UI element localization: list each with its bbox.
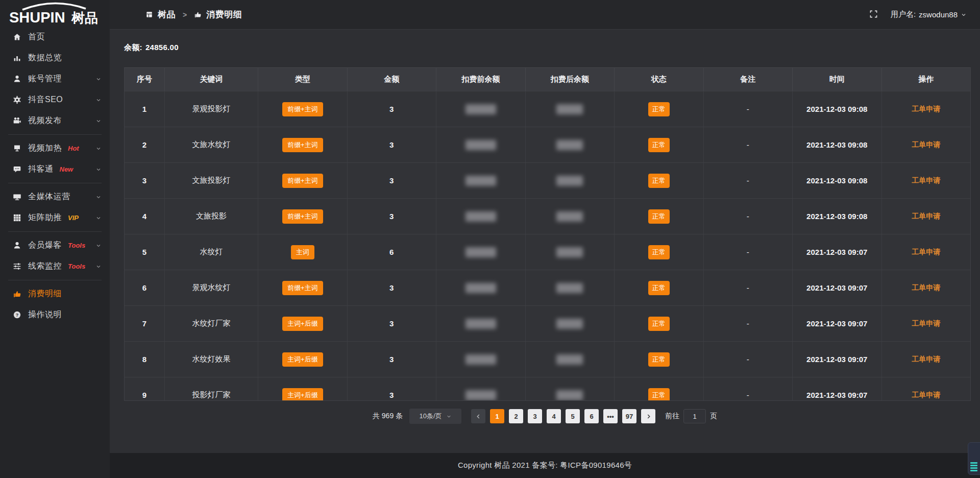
work-order-link[interactable]: 工单申请 bbox=[912, 355, 940, 364]
copyright-text: Copyright 树品 2021 备案号: 粤ICP备09019646号 bbox=[458, 461, 632, 470]
gear-icon bbox=[12, 95, 21, 105]
pagination-page-4[interactable]: 4 bbox=[547, 409, 561, 423]
cell-index: 8 bbox=[125, 342, 164, 377]
type-badge: 前缀+主词 bbox=[282, 281, 323, 295]
pagination-page-2[interactable]: 2 bbox=[509, 409, 523, 423]
topbar: 树品 > 消费明细 用户名: zswodun88 bbox=[110, 0, 980, 30]
cell-amount: 6 bbox=[347, 234, 436, 270]
type-badge: 前缀+主词 bbox=[282, 174, 323, 188]
pagination-page-1[interactable]: 1 bbox=[490, 409, 504, 423]
cell-status: 正常 bbox=[614, 127, 703, 162]
cell-status: 正常 bbox=[614, 306, 703, 341]
cell-amount: 3 bbox=[347, 127, 436, 162]
cell-time: 2021-12-03 09:08 bbox=[792, 163, 881, 198]
page-size-select[interactable]: 10条/页 bbox=[409, 409, 461, 424]
column-header: 操作 bbox=[881, 68, 971, 91]
work-order-link[interactable]: 工单申请 bbox=[912, 176, 940, 185]
cell-time: 2021-12-03 09:07 bbox=[792, 342, 881, 377]
logo-text-en: SHUPIN bbox=[9, 9, 65, 26]
type-badge: 主词+后缀 bbox=[282, 388, 323, 401]
pagination-page-6[interactable]: 6 bbox=[584, 409, 599, 423]
sidebar-item-operation-guide[interactable]: ?操作说明 bbox=[0, 304, 110, 325]
cell-keyword: 文旅投影灯 bbox=[164, 163, 258, 198]
redacted-value bbox=[465, 176, 496, 186]
redacted-value bbox=[556, 211, 583, 222]
type-badge: 主词 bbox=[291, 245, 314, 259]
work-order-link[interactable]: 工单申请 bbox=[912, 212, 940, 221]
cell-amount: 3 bbox=[347, 306, 436, 341]
cell-pre-balance bbox=[436, 199, 525, 234]
pagination-next-button[interactable] bbox=[641, 409, 655, 423]
sidebar-item-consume-detail[interactable]: 消费明细 bbox=[0, 283, 110, 304]
user-dropdown[interactable]: 用户名: zswodun88 bbox=[891, 10, 967, 19]
member-icon bbox=[12, 241, 21, 250]
table-row: 3文旅投影灯前缀+主词3正常-2021-12-03 09:08工单申请 bbox=[125, 162, 970, 198]
work-order-link[interactable]: 工单申请 bbox=[912, 105, 940, 114]
balance-label: 余额: bbox=[124, 43, 142, 52]
redacted-value bbox=[465, 140, 496, 150]
pagination-ellipsis-button[interactable]: ••• bbox=[603, 409, 618, 423]
cell-pre-balance bbox=[436, 91, 525, 127]
page-jump-input[interactable] bbox=[683, 409, 706, 423]
table-row: 9投影灯厂家主词+后缀3正常-2021-12-03 09:07工单申请 bbox=[125, 377, 970, 401]
home-icon bbox=[12, 33, 21, 42]
column-header: 备注 bbox=[703, 68, 793, 91]
status-badge: 正常 bbox=[648, 388, 670, 401]
cell-index: 6 bbox=[125, 270, 164, 305]
sidebar-item-account-management[interactable]: 账号管理 bbox=[0, 68, 110, 89]
consume-icon bbox=[12, 290, 21, 299]
sidebar-item-clue-monitor[interactable]: 线索监控Tools bbox=[0, 256, 110, 277]
chevron-down-icon bbox=[95, 243, 102, 249]
pagination-prev-button[interactable] bbox=[471, 409, 485, 423]
type-badge: 主词+后缀 bbox=[282, 317, 323, 331]
table-row: 8水纹灯效果主词+后缀3正常-2021-12-03 09:07工单申请 bbox=[125, 341, 970, 377]
cell-action: 工单申请 bbox=[881, 270, 971, 305]
heat-icon bbox=[12, 144, 21, 153]
sidebar-item-label: 视频发布 bbox=[28, 115, 62, 126]
work-order-link[interactable]: 工单申请 bbox=[912, 248, 940, 257]
cell-amount: 3 bbox=[347, 91, 436, 127]
pagination-page-3[interactable]: 3 bbox=[528, 409, 542, 423]
pagination-page-97[interactable]: 97 bbox=[622, 409, 636, 423]
data-table: 序号关键词类型金额扣费前余额扣费后余额状态备注时间操作 1景观投影灯前缀+主词3… bbox=[124, 67, 971, 401]
cell-amount: 3 bbox=[347, 377, 436, 401]
camera-icon bbox=[12, 116, 21, 126]
sidebar-item-label: 全媒体运营 bbox=[28, 192, 70, 202]
sliders-icon bbox=[12, 262, 21, 271]
sidebar-item-matrix-boost[interactable]: 矩阵助推VIP bbox=[0, 207, 110, 228]
sidebar-item-media-operation[interactable]: 全媒体运营 bbox=[0, 186, 110, 207]
work-order-link[interactable]: 工单申请 bbox=[912, 283, 940, 293]
cell-pre-balance bbox=[436, 306, 525, 341]
cell-status: 正常 bbox=[614, 91, 703, 127]
pagination-page-5[interactable]: 5 bbox=[566, 409, 580, 423]
floating-contact-widget[interactable] bbox=[968, 442, 980, 475]
sidebar-item-member-baoke[interactable]: 会员爆客Tools bbox=[0, 235, 110, 256]
sidebar-item-video-publish[interactable]: 视频发布 bbox=[0, 110, 110, 131]
sidebar-item-douketong[interactable]: 抖客通New bbox=[0, 159, 110, 180]
sidebar-item-video-heat[interactable]: 视频加热Hot bbox=[0, 138, 110, 159]
work-order-link[interactable]: 工单申请 bbox=[912, 319, 940, 328]
cell-keyword: 文旅投影 bbox=[164, 199, 258, 234]
fullscreen-icon[interactable] bbox=[869, 10, 879, 20]
table-body: 1景观投影灯前缀+主词3正常-2021-12-03 09:08工单申请2文旅水纹… bbox=[125, 91, 970, 401]
cell-status: 正常 bbox=[614, 199, 703, 234]
breadcrumb-item-consume-detail[interactable]: 消费明细 bbox=[194, 9, 242, 20]
sidebar-item-data-overview[interactable]: 数据总览 bbox=[0, 47, 110, 68]
work-order-link[interactable]: 工单申请 bbox=[912, 391, 940, 400]
cell-action: 工单申请 bbox=[881, 163, 971, 198]
username-label: 用户名: bbox=[891, 10, 916, 19]
sidebar-item-douyin-seo[interactable]: 抖音SEO bbox=[0, 89, 110, 110]
cell-index: 7 bbox=[125, 306, 164, 341]
dashboard-icon bbox=[145, 11, 154, 19]
sidebar-item-home[interactable]: 首页 bbox=[0, 27, 110, 47]
monitor-icon bbox=[12, 193, 21, 202]
chevron-right-icon bbox=[645, 413, 652, 420]
sidebar-item-label: 抖客通 bbox=[28, 164, 54, 175]
chevron-down-icon bbox=[95, 118, 102, 124]
column-header: 扣费后余额 bbox=[525, 68, 615, 91]
sidebar-item-tag: VIP bbox=[68, 214, 79, 222]
breadcrumb-item-shupin[interactable]: 树品 bbox=[145, 9, 176, 20]
cell-amount: 3 bbox=[347, 270, 436, 305]
cell-remark: - bbox=[703, 127, 793, 162]
work-order-link[interactable]: 工单申请 bbox=[912, 140, 940, 150]
